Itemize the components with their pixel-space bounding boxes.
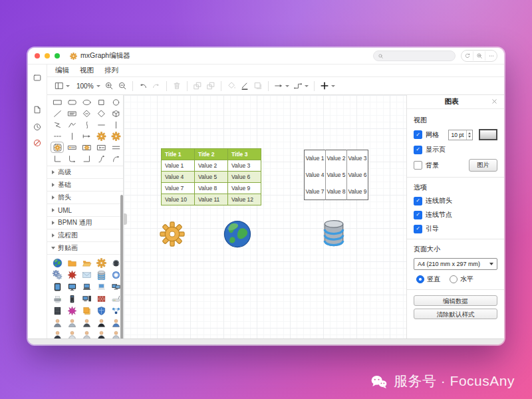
palette-section-3[interactable]: UML [47, 203, 123, 216]
history-icon[interactable] [32, 122, 43, 132]
shape-rounded-rectangle[interactable] [65, 96, 78, 108]
shape-rectangle[interactable] [51, 96, 64, 108]
clipart-rack[interactable] [51, 305, 64, 317]
clipart-laptop[interactable] [80, 281, 93, 293]
palette-section-1[interactable]: 基础 [47, 178, 123, 191]
grid-color-button[interactable] [479, 129, 497, 140]
shape-corner[interactable] [51, 153, 64, 164]
titlebar[interactable]: mxGraph编辑器 [28, 48, 504, 65]
shape-horizontal-line[interactable] [94, 119, 108, 130]
orientation-landscape[interactable]: 水平 [450, 275, 473, 284]
clipart-workstation[interactable] [80, 293, 93, 305]
shape-text-box[interactable] [65, 108, 78, 119]
shape-dashed-line[interactable] [51, 130, 64, 142]
grid-size-input[interactable]: 10 pt [448, 130, 473, 140]
shape-curved-arrow[interactable] [109, 153, 122, 164]
shape-rounded-corner[interactable] [65, 153, 78, 164]
database-shape[interactable] [321, 218, 347, 248]
clipart-mail[interactable] [80, 269, 93, 281]
shape-vertical-curve[interactable] [80, 119, 93, 130]
clipart-person[interactable] [94, 329, 108, 338]
shape-arrow-box[interactable] [94, 142, 108, 153]
refresh-icon[interactable] [462, 51, 473, 61]
close-button[interactable] [35, 53, 40, 59]
shape-line[interactable] [51, 108, 64, 119]
page-size-select[interactable]: A4 (210 mm x 297 mm) [414, 258, 497, 270]
maximize-button[interactable] [55, 53, 60, 59]
edit-data-button[interactable]: 编辑数据 [414, 295, 497, 306]
clear-default-style-button[interactable]: 清除默认样式 [414, 309, 497, 319]
minimize-button[interactable] [45, 53, 50, 59]
clipart-burst[interactable] [65, 269, 78, 281]
palette-section-2[interactable]: 箭头 [47, 191, 123, 203]
clipart-person[interactable] [51, 329, 64, 338]
grid-size-stepper[interactable] [466, 130, 472, 140]
waypoint-style-button[interactable] [291, 80, 311, 92]
shape-gear[interactable] [94, 130, 108, 142]
clipart-folder[interactable] [65, 257, 78, 269]
clipart-printer[interactable] [51, 293, 64, 305]
shape-ellipse[interactable] [80, 96, 93, 108]
gear-shape[interactable] [160, 221, 185, 247]
more-icon[interactable] [485, 51, 497, 61]
styled-table-shape[interactable]: Title 1Title 2Title 3Value 1Value 2Value… [161, 148, 261, 205]
search-input[interactable] [373, 51, 456, 61]
shape-zigzag[interactable] [51, 119, 64, 130]
clipart-server[interactable] [94, 269, 108, 281]
clipart-shield[interactable] [94, 305, 108, 317]
clipart-copy[interactable] [80, 305, 93, 317]
shape-square[interactable] [94, 96, 108, 108]
clipart-globe[interactable] [51, 257, 64, 269]
clipart-person[interactable] [94, 317, 108, 329]
file-icon[interactable] [32, 104, 43, 115]
line-color-button[interactable] [238, 80, 251, 92]
shape-circle[interactable] [109, 96, 122, 108]
insert-button[interactable] [318, 80, 337, 92]
orientation-portrait[interactable]: 竖直 [416, 275, 440, 284]
shape-vertical-line[interactable] [109, 119, 122, 130]
option-checkbox-2[interactable]: ✓ [414, 225, 422, 233]
shape-diamond-label[interactable] [80, 108, 93, 119]
shape-gear-box[interactable] [80, 142, 93, 153]
shape-cube[interactable] [109, 108, 122, 119]
menu-item-1[interactable]: 视图 [80, 66, 94, 75]
background-image-button[interactable]: 图片 [469, 159, 497, 172]
option-checkbox-0[interactable]: ✓ [414, 197, 422, 205]
clipart-person[interactable] [51, 317, 64, 329]
clipart-person[interactable] [65, 329, 78, 338]
zoom-level-select[interactable]: 100% [72, 81, 102, 91]
clipart-virus[interactable] [65, 305, 78, 317]
shape-label[interactable] [65, 142, 78, 153]
shape-s-curve[interactable] [94, 153, 108, 164]
grid-checkbox[interactable]: ✓ [414, 130, 422, 139]
palette-section-5[interactable]: 流程图 [47, 229, 123, 241]
clipart-person[interactable] [65, 317, 78, 329]
palette-section-6[interactable]: 剪贴画 [47, 241, 123, 254]
clipart-laptop-light[interactable] [94, 281, 108, 293]
shape-diamond[interactable] [94, 108, 108, 119]
undo-button[interactable] [136, 80, 150, 92]
horizontal-scrollbar[interactable] [28, 338, 504, 344]
menu-item-0[interactable]: 编辑 [55, 66, 69, 75]
clipart-gears[interactable] [51, 269, 64, 281]
palette-scrollbar[interactable] [120, 195, 123, 338]
clipart-monitor[interactable] [65, 281, 78, 293]
plain-table-shape[interactable]: Value 1Value 2Value 3Value 4Value 5Value… [304, 150, 368, 200]
menu-item-2[interactable]: 排列 [104, 66, 118, 75]
clipart-firewall[interactable] [94, 293, 108, 305]
shape-arrow-connector[interactable] [80, 130, 93, 142]
blocked-icon[interactable] [32, 138, 43, 148]
shape-corner-reverse[interactable] [80, 153, 93, 164]
page-view-checkbox[interactable]: ✓ [414, 146, 422, 154]
page-zoom-icon[interactable] [473, 51, 485, 61]
clipart-folder-open[interactable] [80, 257, 93, 269]
globe-shape[interactable] [222, 219, 253, 249]
palette-section-0[interactable]: 高级 [47, 166, 123, 178]
background-checkbox[interactable] [414, 161, 422, 170]
close-icon[interactable] [491, 98, 499, 106]
zoom-in-button[interactable] [102, 80, 116, 92]
shape-gear-container[interactable] [51, 142, 64, 153]
view-mode-button[interactable] [53, 80, 72, 92]
window-icon[interactable] [32, 72, 43, 83]
clipart-tablet[interactable] [51, 281, 64, 293]
